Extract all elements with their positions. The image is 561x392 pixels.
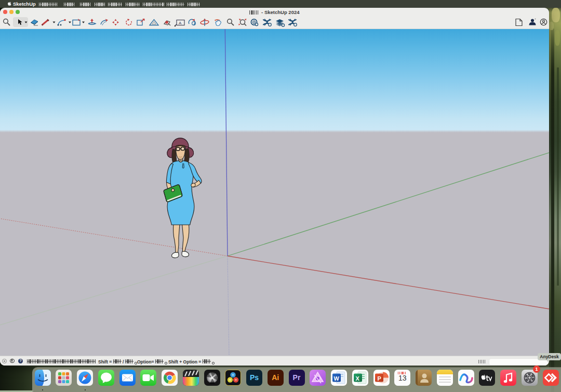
svg-text:X: X [355, 375, 359, 382]
svg-text:P: P [377, 375, 381, 382]
svg-text:W: W [334, 375, 340, 382]
svg-text:A: A [179, 21, 182, 25]
